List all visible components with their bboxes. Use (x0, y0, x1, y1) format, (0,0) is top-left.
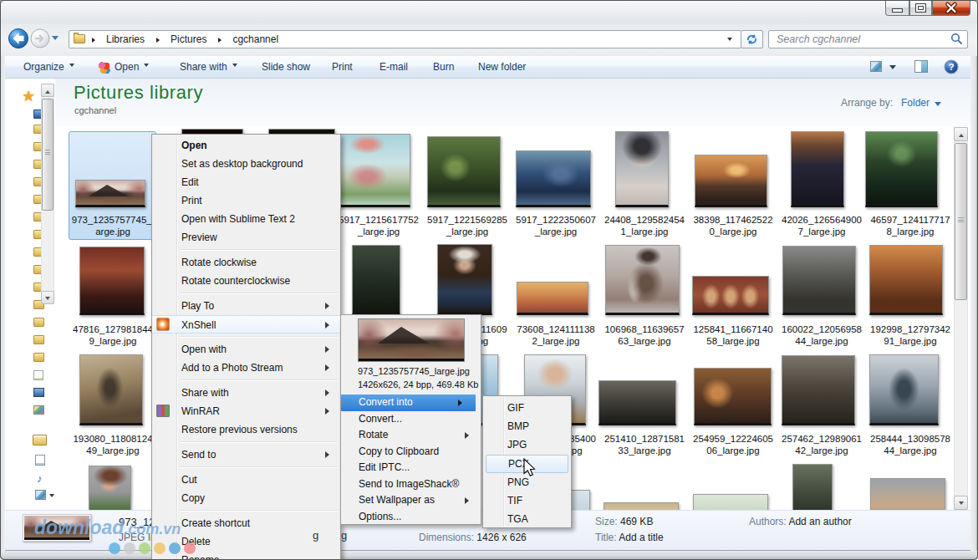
svg-text:?: ? (949, 62, 955, 72)
